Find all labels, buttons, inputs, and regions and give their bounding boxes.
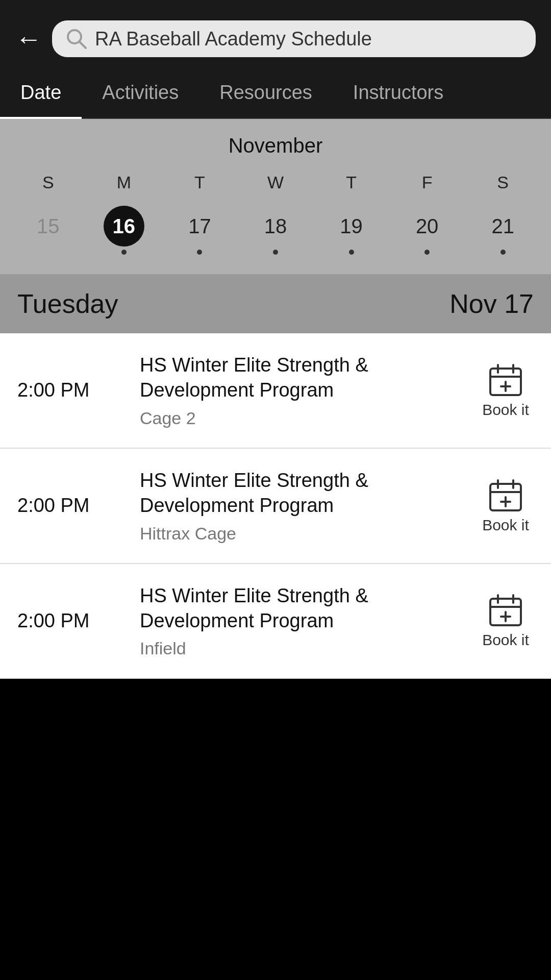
day-dot-16 bbox=[121, 250, 127, 255]
day-number-20: 20 bbox=[407, 206, 447, 247]
book-button-1[interactable]: Book it bbox=[478, 478, 534, 534]
search-text: RA Baseball Academy Schedule bbox=[95, 28, 372, 50]
schedule-item-0: 2:00 PM HS Winter Elite Strength & Devel… bbox=[0, 333, 551, 449]
search-icon bbox=[65, 28, 88, 50]
book-button-2[interactable]: Book it bbox=[478, 593, 534, 649]
schedule-list: 2:00 PM HS Winter Elite Strength & Devel… bbox=[0, 333, 551, 679]
day-dot-17 bbox=[197, 250, 202, 255]
item-time-0: 2:00 PM bbox=[17, 379, 130, 401]
bottom-bar bbox=[0, 679, 551, 730]
svg-line-1 bbox=[79, 41, 86, 48]
item-location-0: Cage 2 bbox=[140, 408, 467, 428]
day-header-w: W bbox=[238, 167, 314, 201]
day-dot-18 bbox=[273, 250, 278, 255]
back-button[interactable]: ← bbox=[15, 26, 42, 52]
item-title-1: HS Winter Elite Strength & Development P… bbox=[140, 468, 467, 519]
item-title-2: HS Winter Elite Strength & Development P… bbox=[140, 583, 467, 634]
tab-activities[interactable]: Activities bbox=[82, 67, 199, 118]
day-header-t1: T bbox=[162, 167, 238, 201]
calendar-month: November bbox=[10, 134, 541, 157]
day-header-m: M bbox=[86, 167, 162, 201]
day-20[interactable]: 20 bbox=[389, 201, 465, 264]
day-18[interactable]: 18 bbox=[238, 201, 314, 264]
day-number-18: 18 bbox=[255, 206, 296, 247]
search-box[interactable]: RA Baseball Academy Schedule bbox=[52, 20, 536, 57]
day-16[interactable]: 16 bbox=[86, 201, 162, 264]
calendar-add-icon-2 bbox=[488, 593, 523, 628]
book-button-0[interactable]: Book it bbox=[478, 362, 534, 419]
calendar-section: November S M T W T F S 15 16 17 18 19 bbox=[0, 119, 551, 274]
day-header-s2: S bbox=[465, 167, 541, 201]
item-time-1: 2:00 PM bbox=[17, 495, 130, 517]
tab-date[interactable]: Date bbox=[0, 67, 82, 118]
top-bar: ← RA Baseball Academy Schedule bbox=[0, 0, 551, 67]
day-21[interactable]: 21 bbox=[465, 201, 541, 264]
day-17[interactable]: 17 bbox=[162, 201, 238, 264]
schedule-item-1: 2:00 PM HS Winter Elite Strength & Devel… bbox=[0, 449, 551, 564]
item-time-2: 2:00 PM bbox=[17, 610, 130, 632]
item-title-0: HS Winter Elite Strength & Development P… bbox=[140, 353, 467, 403]
day-header-t2: T bbox=[313, 167, 389, 201]
selected-day-name: Tuesday bbox=[17, 288, 118, 319]
day-dot-19 bbox=[349, 250, 354, 255]
selected-date-str: Nov 17 bbox=[449, 288, 534, 319]
tabs-bar: Date Activities Resources Instructors bbox=[0, 67, 551, 119]
item-location-1: Hittrax Cage bbox=[140, 524, 467, 544]
calendar-add-icon-0 bbox=[488, 362, 523, 398]
day-number-21: 21 bbox=[483, 206, 523, 247]
calendar-add-icon-1 bbox=[488, 478, 523, 513]
day-header-f: F bbox=[389, 167, 465, 201]
book-label-0: Book it bbox=[482, 401, 529, 419]
schedule-item-2: 2:00 PM HS Winter Elite Strength & Devel… bbox=[0, 564, 551, 679]
day-header-s1: S bbox=[10, 167, 86, 201]
item-location-2: Infield bbox=[140, 639, 467, 658]
item-details-2: HS Winter Elite Strength & Development P… bbox=[140, 583, 467, 659]
calendar-grid: S M T W T F S 15 16 17 18 19 20 bbox=[10, 167, 541, 264]
day-19[interactable]: 19 bbox=[313, 201, 389, 264]
item-details-0: HS Winter Elite Strength & Development P… bbox=[140, 353, 467, 428]
day-dot-21 bbox=[500, 250, 506, 255]
day-number-15: 15 bbox=[28, 206, 68, 247]
date-header: Tuesday Nov 17 bbox=[0, 274, 551, 333]
tab-instructors[interactable]: Instructors bbox=[333, 67, 464, 118]
book-label-1: Book it bbox=[482, 517, 529, 534]
day-15[interactable]: 15 bbox=[10, 201, 86, 264]
day-number-17: 17 bbox=[179, 206, 220, 247]
tab-resources[interactable]: Resources bbox=[199, 67, 333, 118]
day-number-16: 16 bbox=[104, 206, 144, 247]
item-details-1: HS Winter Elite Strength & Development P… bbox=[140, 468, 467, 544]
day-dot-20 bbox=[424, 250, 430, 255]
day-number-19: 19 bbox=[331, 206, 372, 247]
book-label-2: Book it bbox=[482, 631, 529, 649]
